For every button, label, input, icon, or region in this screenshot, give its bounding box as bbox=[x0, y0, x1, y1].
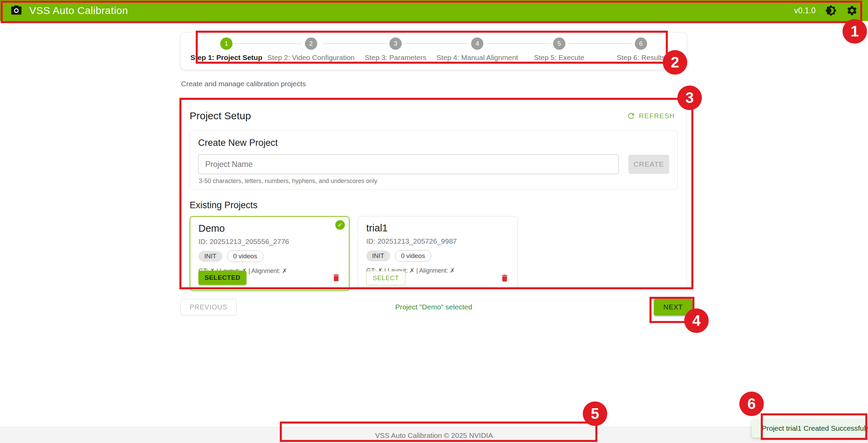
app-screen: VSS Auto Calibration v0.1.0 1 Step 1: Pr… bbox=[0, 0, 868, 443]
step-2-video-configuration: 2 Step 2: Video Configuration bbox=[267, 37, 354, 70]
step-1-project-setup: 1 Step 1: Project Setup bbox=[186, 37, 267, 70]
step-1-circle: 1 bbox=[220, 37, 232, 50]
step-3-circle: 3 bbox=[389, 37, 402, 50]
step-3-parameters: 3 Step 3: Parameters bbox=[355, 37, 436, 70]
step-4-label: Step 4: Manual Alignment bbox=[436, 54, 518, 62]
app-footer: VSS Auto Calibration © 2025 NVIDIA bbox=[0, 427, 868, 443]
status-chip: INIT bbox=[198, 251, 222, 262]
select-button[interactable]: SELECT bbox=[366, 271, 405, 285]
step-6-label: Step 6: Results bbox=[600, 54, 682, 62]
app-header: VSS Auto Calibration v0.1.0 bbox=[0, 0, 868, 21]
step-2-label: Step 2: Video Configuration bbox=[267, 54, 354, 62]
page-subtitle: Create and manage calibration projects bbox=[181, 80, 306, 88]
stepper: 1 Step 1: Project Setup 2 Step 2: Video … bbox=[180, 32, 687, 70]
existing-projects-heading: Existing Projects bbox=[190, 200, 678, 211]
step-4-manual-alignment: 4 Step 4: Manual Alignment bbox=[436, 37, 518, 70]
project-id: ID: 20251213_205556_2776 bbox=[198, 238, 341, 246]
previous-button[interactable]: PREVIOUS bbox=[180, 299, 237, 316]
videos-chip: 0 videos bbox=[395, 250, 431, 262]
delete-trash-icon[interactable] bbox=[500, 273, 509, 283]
next-button[interactable]: NEXT bbox=[654, 299, 692, 316]
step-6-circle: 6 bbox=[635, 37, 647, 50]
camera-icon bbox=[10, 4, 22, 17]
success-toast: Project trial1 Created Successfully bbox=[752, 419, 866, 438]
project-setup-title: Project Setup bbox=[190, 110, 251, 122]
project-name-input[interactable] bbox=[198, 154, 619, 174]
project-card-trial1[interactable]: trial1 ID: 20251213_205726_9987 INIT 0 v… bbox=[358, 216, 518, 291]
project-name: Demo bbox=[198, 223, 341, 234]
step-6-results: 6 Step 6: Results bbox=[600, 37, 682, 70]
check-circle-icon: ✓ bbox=[335, 220, 345, 230]
create-button[interactable]: CREATE bbox=[628, 155, 669, 174]
settings-gear-icon[interactable] bbox=[846, 5, 858, 16]
refresh-button[interactable]: REFRESH bbox=[624, 109, 678, 122]
existing-projects-list: ✓ Demo ID: 20251213_205556_2776 INIT 0 v… bbox=[190, 216, 678, 291]
header-right: v0.1.0 bbox=[794, 5, 858, 16]
project-setup-card: Project Setup REFRESH Create New Project… bbox=[180, 98, 687, 291]
step-1-label: Step 1: Project Setup bbox=[186, 54, 267, 62]
annotation-badge-5: 5 bbox=[583, 401, 607, 426]
create-project-section: Create New Project CREATE 3-50 character… bbox=[190, 131, 678, 190]
refresh-icon bbox=[627, 111, 636, 120]
app-title: VSS Auto Calibration bbox=[29, 5, 128, 16]
selection-status: Project "Demo" selected bbox=[180, 303, 687, 311]
videos-chip: 0 videos bbox=[227, 250, 263, 262]
project-name: trial1 bbox=[366, 223, 509, 234]
project-name-helper: 3-50 characters, letters, numbers, hyphe… bbox=[198, 178, 669, 185]
annotation-badge-1: 1 bbox=[842, 19, 867, 44]
step-4-circle: 4 bbox=[471, 37, 483, 50]
app-version: v0.1.0 bbox=[794, 6, 816, 15]
selected-button[interactable]: SELECTED bbox=[198, 271, 246, 285]
step-5-execute: 5 Step 5: Execute bbox=[518, 37, 600, 70]
status-chip: INIT bbox=[366, 250, 390, 261]
project-card-demo[interactable]: ✓ Demo ID: 20251213_205556_2776 INIT 0 v… bbox=[190, 216, 350, 291]
step-5-circle: 5 bbox=[553, 37, 565, 50]
annotation-badge-6: 6 bbox=[739, 392, 764, 416]
toast-message: Project trial1 Created Successfully bbox=[762, 424, 868, 432]
step-5-label: Step 5: Execute bbox=[518, 54, 600, 62]
theme-toggle-icon[interactable] bbox=[825, 5, 837, 16]
refresh-label: REFRESH bbox=[639, 112, 675, 120]
step-2-circle: 2 bbox=[305, 37, 317, 50]
step-3-label: Step 3: Parameters bbox=[355, 54, 436, 62]
project-id: ID: 20251213_205726_9987 bbox=[366, 237, 509, 245]
create-project-title: Create New Project bbox=[198, 138, 669, 148]
delete-trash-icon[interactable] bbox=[332, 273, 341, 283]
